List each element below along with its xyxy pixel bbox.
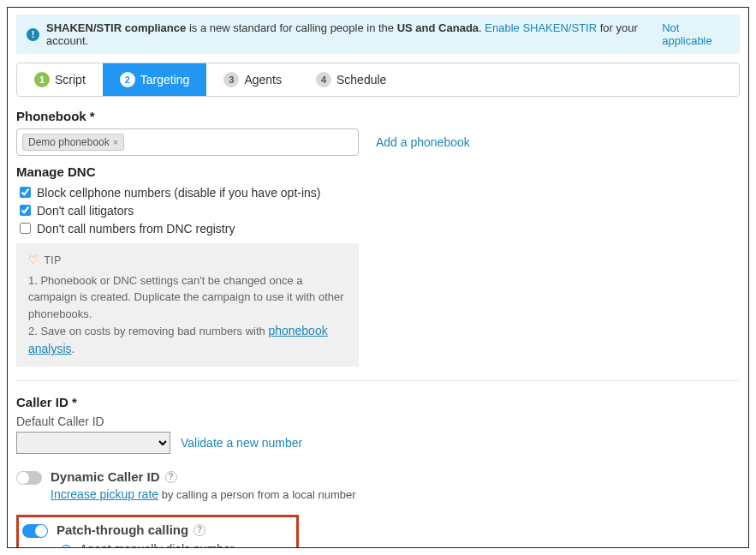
phonebook-input[interactable]: Demo phonebook ×	[16, 128, 359, 156]
dnc-block-cell[interactable]: Block cellphone numbers (disable if you …	[16, 184, 740, 200]
highlight-box: Patch-through calling ? Agent manually d…	[16, 515, 299, 548]
tab-targeting[interactable]: 2 Targeting	[103, 63, 207, 96]
tab-label: Agents	[244, 73, 282, 87]
add-phonebook-link[interactable]: Add a phonebook	[376, 135, 470, 149]
phonebook-token: Demo phonebook ×	[22, 134, 124, 151]
page-frame: ! SHAKEN/STIR compliance is a new standa…	[7, 7, 749, 548]
patch-radio-manual[interactable]: Agent manually dials number	[57, 542, 295, 548]
divider	[16, 380, 740, 381]
dnc-litigators-checkbox[interactable]	[20, 205, 31, 216]
help-icon[interactable]: ?	[165, 471, 177, 483]
tab-script[interactable]: 1 Script	[17, 63, 103, 96]
not-applicable-link[interactable]: Not applicable	[662, 21, 729, 47]
tab-label: Script	[55, 73, 86, 87]
tip-line-2: 2. Save on costs by removing bad numbers…	[28, 322, 347, 358]
tab-number: 1	[34, 72, 50, 87]
banner-text: SHAKEN/STIR compliance is a new standard…	[46, 21, 655, 47]
tab-number: 2	[120, 72, 135, 87]
validate-number-link[interactable]: Validate a new number	[181, 436, 302, 450]
tab-agents[interactable]: 3 Agents	[206, 63, 299, 96]
increase-pickup-link[interactable]: Increase pickup rate	[51, 487, 158, 501]
dnc-registry-checkbox[interactable]	[20, 223, 31, 234]
default-callerid-label: Default Caller ID	[16, 415, 740, 428]
patch-through-toggle[interactable]	[22, 524, 48, 538]
tab-number: 3	[223, 72, 239, 87]
dnc-registry[interactable]: Don't call numbers from DNC registry	[16, 220, 740, 236]
help-icon[interactable]: ?	[193, 524, 205, 536]
enable-shaken-link[interactable]: Enable SHAKEN/STIR	[485, 21, 597, 34]
dynamic-callerid-title: Dynamic Caller ID ?	[51, 469, 740, 484]
info-icon: !	[27, 28, 39, 41]
callerid-select[interactable]	[16, 432, 170, 454]
tab-label: Targeting	[140, 73, 190, 87]
callerid-label: Caller ID *	[16, 395, 740, 409]
dnc-litigators[interactable]: Don't call litigators	[16, 202, 740, 218]
tab-schedule[interactable]: 4 Schedule	[299, 63, 403, 96]
tip-title: TIP	[45, 253, 62, 268]
tip-box: ♡ TIP 1. Phonebook or DNC settings can't…	[16, 243, 359, 367]
compliance-banner: ! SHAKEN/STIR compliance is a new standa…	[16, 15, 740, 54]
tab-number: 4	[316, 72, 331, 87]
tip-line-1: 1. Phonebook or DNC settings can't be ch…	[28, 272, 347, 323]
dnc-block-cell-checkbox[interactable]	[20, 187, 31, 198]
dynamic-callerid-toggle[interactable]	[16, 471, 42, 485]
dynamic-callerid-subtext: Increase pickup rate by calling a person…	[51, 487, 740, 501]
tab-label: Schedule	[336, 73, 386, 87]
patch-through-title: Patch-through calling ?	[57, 522, 295, 537]
wizard-tabs: 1 Script 2 Targeting 3 Agents 4 Schedule	[16, 63, 740, 97]
manage-dnc-label: Manage DNC	[16, 164, 740, 179]
lightbulb-icon: ♡	[28, 252, 39, 269]
patch-radio-manual-input[interactable]	[61, 545, 72, 548]
remove-token-icon[interactable]: ×	[113, 137, 118, 147]
phonebook-label: Phonebook *	[16, 109, 740, 123]
